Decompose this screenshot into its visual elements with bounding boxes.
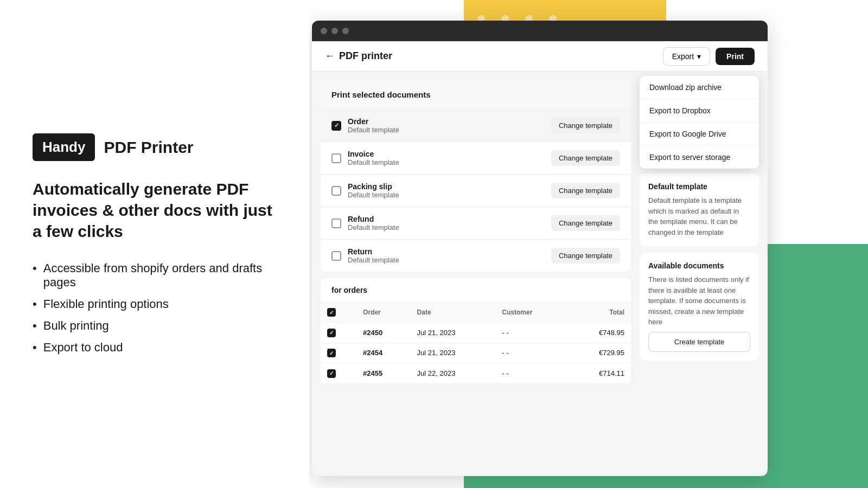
logo-product: PDF Printer [104,138,193,157]
row-customer: - - [495,363,567,384]
col-order: Order [356,303,410,323]
return-change-template-button[interactable]: Change template [551,248,620,264]
order-doc-template: Default template [348,126,545,134]
row-customer: - - [495,323,567,343]
col-customer: Customer [495,303,567,323]
row-checkbox-cell [321,343,356,363]
export-dropdown-menu: Download zip archive Export to Dropbox E… [640,76,759,169]
return-doc-name: Return [348,247,545,256]
back-button[interactable]: ← PDF printer [325,50,392,62]
packing-slip-doc-name: Packing slip [348,182,545,191]
refund-doc-template: Default template [348,223,545,232]
packing-slip-checkbox[interactable] [331,186,341,196]
tagline: Automatically generate PDF invoices & ot… [33,178,277,242]
refund-doc-name: Refund [348,215,545,223]
left-panel: Handy PDF Printer Automatically generate… [0,0,309,488]
row-checkbox-cell [321,363,356,384]
row-total: €748.95 [567,323,631,343]
row-date: Jul 22, 2023 [411,363,496,384]
return-doc-template: Default template [348,256,545,264]
back-arrow-icon: ← [325,50,335,62]
doc-row-invoice: Invoice Default template Change template [321,142,631,175]
return-checkbox[interactable] [331,251,341,261]
app-window: ← PDF printer Export ▾ Print Print selec… [312,21,768,476]
feature-item: Accessible from shopify orders and draft… [33,261,277,290]
default-template-card: Default template Default template is a t… [640,174,759,246]
row-date: Jul 21, 2023 [411,343,496,363]
packing-slip-change-template-button[interactable]: Change template [551,183,620,198]
available-docs-title: Available documents [648,261,750,270]
table-row: #2455 Jul 22, 2023 - - €714.11 [321,363,631,384]
order-checkbox[interactable] [331,121,341,131]
row-order-id: #2454 [356,343,410,363]
features-list: Accessible from shopify orders and draft… [33,261,277,355]
dropdown-export-gdrive[interactable]: Export to Google Drive [640,123,759,146]
col-checkbox [321,303,356,323]
print-button[interactable]: Print [716,48,755,65]
print-documents-card: Print selected documents Order Default t… [321,80,631,272]
invoice-checkbox[interactable] [331,153,341,163]
app-content: Print selected documents Order Default t… [312,72,768,476]
col-date: Date [411,303,496,323]
select-all-checkbox[interactable] [327,308,336,317]
row-order-id: #2455 [356,363,410,384]
table-row: #2450 Jul 21, 2023 - - €748.95 [321,323,631,343]
table-row: #2454 Jul 21, 2023 - - €729.95 [321,343,631,363]
invoice-change-template-button[interactable]: Change template [551,150,620,166]
title-bar [312,21,768,41]
row-total: €714.11 [567,363,631,384]
refund-checkbox[interactable] [331,219,341,228]
export-button[interactable]: Export ▾ [663,47,710,66]
chevron-down-icon: ▾ [697,52,701,61]
orders-header: for orders [321,278,631,303]
feature-item: Flexible printing options [33,297,277,311]
invoice-doc-name: Invoice [348,150,545,158]
header-actions: Export ▾ Print [663,47,755,66]
orders-table: Order Date Customer Total #2450 Jul 21, … [321,303,631,384]
row-order-id: #2450 [356,323,410,343]
available-docs-description: There is listed documents only if there … [648,274,750,328]
dropdown-download-zip[interactable]: Download zip archive [640,76,759,99]
orders-card: for orders Order Date Customer Total [321,278,631,384]
print-documents-header: Print selected documents [321,80,631,110]
dropdown-export-server[interactable]: Export to server storage [640,146,759,169]
logo-container: Handy PDF Printer [33,133,277,161]
right-panel: Download zip archive Export to Dropbox E… [640,80,759,467]
doc-row-return: Return Default template Change template [321,240,631,272]
row-checkbox[interactable] [327,349,336,357]
app-header: ← PDF printer Export ▾ Print [312,41,768,72]
default-template-description: Default template is a template which is … [648,195,750,237]
order-change-template-button[interactable]: Change template [551,118,620,133]
doc-row-refund: Refund Default template Change template [321,207,631,240]
create-template-button[interactable]: Create template [648,332,750,352]
traffic-light-1 [321,28,327,34]
documents-panel: Print selected documents Order Default t… [321,80,631,467]
doc-row-packing-slip: Packing slip Default template Change tem… [321,175,631,207]
default-template-title: Default template [648,182,750,191]
feature-item: Bulk printing [33,319,277,333]
row-checkbox[interactable] [327,369,336,378]
row-checkbox[interactable] [327,329,336,337]
doc-row-order: Order Default template Change template [321,110,631,142]
dropdown-export-dropbox[interactable]: Export to Dropbox [640,99,759,123]
page-title: PDF printer [339,50,392,62]
row-total: €729.95 [567,343,631,363]
export-label: Export [672,52,694,61]
invoice-doc-template: Default template [348,158,545,166]
feature-item: Export to cloud [33,341,277,355]
refund-change-template-button[interactable]: Change template [551,215,620,231]
order-doc-name: Order [348,117,545,126]
row-customer: - - [495,343,567,363]
col-total: Total [567,303,631,323]
traffic-light-3 [342,28,349,34]
logo-brand: Handy [33,133,95,161]
packing-slip-doc-template: Default template [348,191,545,199]
traffic-light-2 [331,28,338,34]
available-docs-card: Available documents There is listed docu… [640,253,759,361]
row-date: Jul 21, 2023 [411,323,496,343]
row-checkbox-cell [321,323,356,343]
